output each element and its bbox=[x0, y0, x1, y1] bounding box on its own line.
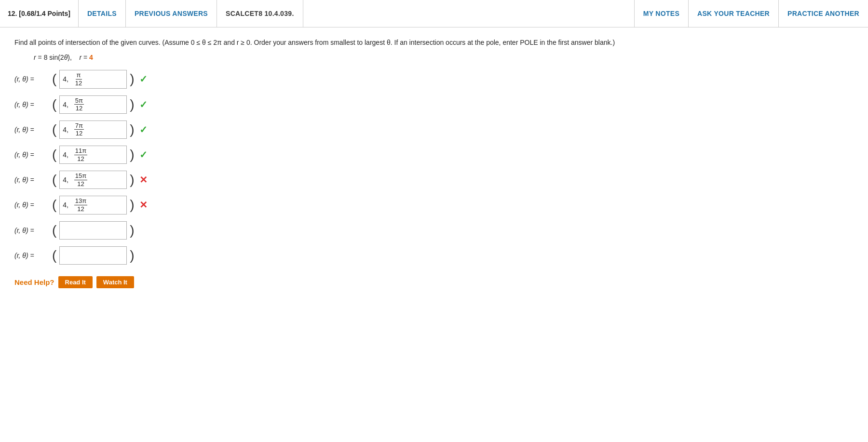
row2-frac-num: 5π bbox=[74, 97, 84, 105]
row1-frac-den: 12 bbox=[74, 80, 83, 87]
row3-fraction: 7π 12 bbox=[74, 122, 84, 137]
watch-it-button[interactable]: Watch It bbox=[96, 276, 134, 288]
row1-open-paren: ( bbox=[52, 72, 56, 86]
row5-r-value: 4, bbox=[63, 176, 72, 184]
eq-value: 4 bbox=[89, 54, 93, 61]
row4-label: (r, θ) = bbox=[14, 151, 48, 159]
problem-instruction: Find all points of intersection of the g… bbox=[14, 37, 854, 48]
row1-input[interactable]: 4, π 12 bbox=[59, 70, 127, 88]
row3-r-value: 4, bbox=[63, 126, 72, 134]
my-notes-button[interactable]: MY NOTES bbox=[634, 0, 688, 27]
row5-frac-num: 15π bbox=[74, 172, 87, 180]
row4-close-paren: ) bbox=[130, 148, 134, 161]
need-help-section: Need Help? Read It Watch It bbox=[14, 276, 854, 288]
row8-label: (r, θ) = bbox=[14, 252, 48, 259]
row8-open-paren: ( bbox=[52, 249, 56, 262]
row4-input[interactable]: 4, 11π 12 bbox=[59, 146, 127, 164]
read-it-button[interactable]: Read It bbox=[58, 276, 93, 288]
eq-equals2: = bbox=[83, 54, 89, 61]
row5-close-paren: ) bbox=[130, 173, 134, 187]
row5-fraction: 15π 12 bbox=[74, 172, 87, 188]
ask-teacher-button[interactable]: ASK YOUR TEACHER bbox=[688, 0, 778, 27]
row3-open-paren: ( bbox=[52, 123, 56, 136]
details-button[interactable]: DETAILS bbox=[78, 0, 125, 27]
row1-label: (r, θ) = bbox=[14, 75, 48, 83]
answer-row-6: (r, θ) = ( 4, 13π 12 ) ✕ bbox=[14, 196, 854, 214]
row5-input[interactable]: 4, 15π 12 bbox=[59, 171, 127, 189]
row3-checkmark: ✓ bbox=[139, 124, 148, 135]
row5-crossmark: ✕ bbox=[139, 174, 148, 186]
row6-input[interactable]: 4, 13π 12 bbox=[59, 196, 127, 214]
eq-equals: = 8 sin(2θ), bbox=[38, 54, 78, 61]
previous-answers-button[interactable]: PREVIOUS ANSWERS bbox=[125, 0, 217, 27]
row1-checkmark: ✓ bbox=[139, 73, 148, 85]
header-spacer bbox=[303, 0, 634, 27]
row7-open-paren: ( bbox=[52, 224, 56, 237]
row3-input[interactable]: 4, 7π 12 bbox=[59, 121, 127, 139]
row6-label: (r, θ) = bbox=[14, 201, 48, 209]
answer-row-3: (r, θ) = ( 4, 7π 12 ) ✓ bbox=[14, 121, 854, 139]
row3-frac-den: 12 bbox=[75, 130, 83, 137]
row2-open-paren: ( bbox=[52, 98, 56, 111]
row5-label: (r, θ) = bbox=[14, 176, 48, 184]
row7-close-paren: ) bbox=[130, 224, 134, 237]
row5-open-paren: ( bbox=[52, 173, 56, 187]
row2-fraction: 5π 12 bbox=[74, 97, 84, 112]
row4-frac-num: 11π bbox=[74, 147, 87, 155]
eq-r-label: r bbox=[34, 54, 36, 61]
row2-frac-den: 12 bbox=[75, 105, 83, 112]
row6-close-paren: ) bbox=[130, 198, 134, 212]
main-content: Find all points of intersection of the g… bbox=[0, 27, 868, 298]
row7-input[interactable] bbox=[59, 221, 127, 240]
header-bar: 12. [0.68/1.4 Points] DETAILS PREVIOUS A… bbox=[0, 0, 868, 27]
row4-checkmark: ✓ bbox=[139, 149, 148, 161]
points-label: 12. [0.68/1.4 Points] bbox=[0, 0, 78, 27]
answer-row-4: (r, θ) = ( 4, 11π 12 ) ✓ bbox=[14, 146, 854, 164]
answer-row-2: (r, θ) = ( 4, 5π 12 ) ✓ bbox=[14, 95, 854, 114]
row8-input[interactable] bbox=[59, 246, 127, 265]
row6-frac-num: 13π bbox=[74, 197, 87, 205]
row6-open-paren: ( bbox=[52, 198, 56, 212]
need-help-label: Need Help? bbox=[14, 278, 54, 286]
row3-frac-num: 7π bbox=[74, 122, 84, 130]
answer-row-1: (r, θ) = ( 4, π 12 ) ✓ bbox=[14, 70, 854, 88]
row6-fraction: 13π 12 bbox=[74, 197, 87, 213]
row5-frac-den: 12 bbox=[76, 180, 85, 188]
problem-id-label: SCALCET8 10.4.039. bbox=[217, 0, 303, 27]
practice-another-button[interactable]: PRACTICE ANOTHER bbox=[778, 0, 868, 27]
answer-row-8: (r, θ) = ( ) bbox=[14, 246, 854, 265]
answer-row-5: (r, θ) = ( 4, 15π 12 ) ✕ bbox=[14, 171, 854, 189]
row8-close-paren: ) bbox=[130, 249, 134, 262]
row6-r-value: 4, bbox=[63, 201, 72, 209]
row4-r-value: 4, bbox=[63, 151, 72, 159]
answer-row-7: (r, θ) = ( ) bbox=[14, 221, 854, 240]
row4-fraction: 11π 12 bbox=[74, 147, 87, 162]
row4-open-paren: ( bbox=[52, 148, 56, 161]
row3-close-paren: ) bbox=[130, 123, 134, 136]
row2-label: (r, θ) = bbox=[14, 101, 48, 108]
row1-close-paren: ) bbox=[130, 72, 134, 86]
row2-checkmark: ✓ bbox=[139, 99, 148, 110]
row1-r-value: 4, bbox=[63, 75, 72, 83]
equation-line: r = 8 sin(2θ), r = 4 bbox=[34, 54, 854, 61]
row6-crossmark: ✕ bbox=[139, 199, 148, 211]
row1-fraction: π 12 bbox=[74, 71, 83, 87]
row4-frac-den: 12 bbox=[76, 155, 85, 163]
answer-rows: (r, θ) = ( 4, π 12 ) ✓ (r, θ) = ( 4, 5π … bbox=[14, 70, 854, 264]
row3-label: (r, θ) = bbox=[14, 126, 48, 134]
row6-frac-den: 12 bbox=[76, 205, 85, 213]
row1-frac-num: π bbox=[76, 71, 82, 80]
row7-label: (r, θ) = bbox=[14, 227, 48, 234]
row2-close-paren: ) bbox=[130, 98, 134, 111]
row2-input[interactable]: 4, 5π 12 bbox=[59, 95, 127, 114]
eq-r2-label: r bbox=[79, 54, 81, 61]
row2-r-value: 4, bbox=[63, 101, 72, 108]
